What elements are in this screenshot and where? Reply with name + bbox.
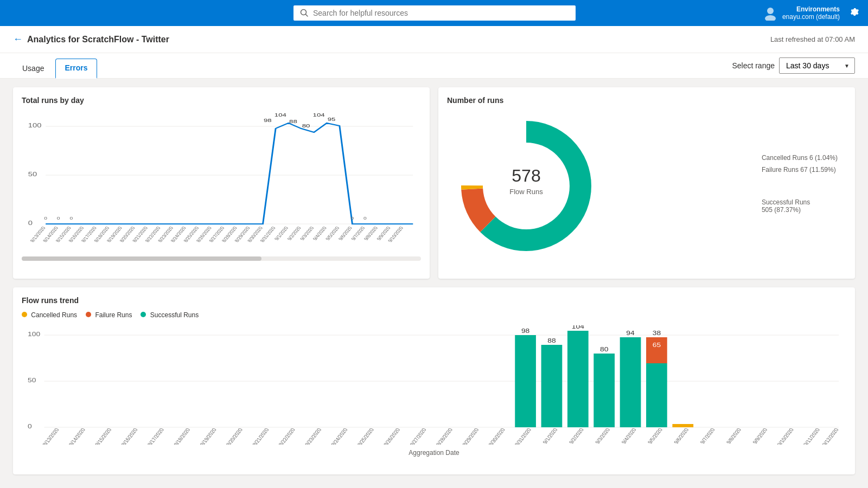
back-button[interactable]: ← bbox=[13, 34, 23, 45]
svg-text:Flow Runs: Flow Runs bbox=[509, 188, 543, 196]
legend-successful bbox=[762, 178, 838, 185]
svg-text:50: 50 bbox=[28, 171, 37, 177]
svg-text:8/24/2020: 8/24/2020 bbox=[330, 427, 349, 445]
svg-text:9/8/2020: 9/8/2020 bbox=[725, 427, 742, 444]
svg-text:100: 100 bbox=[28, 123, 42, 129]
svg-text:9/5/2020: 9/5/2020 bbox=[646, 427, 663, 444]
env-label: Environments bbox=[782, 5, 840, 13]
svg-text:9/9/2020: 9/9/2020 bbox=[751, 427, 769, 444]
bar-92 bbox=[541, 345, 563, 427]
svg-text:88: 88 bbox=[547, 338, 556, 344]
legend-cancelled-item: Cancelled Runs bbox=[22, 311, 77, 319]
svg-text:9/4/2020: 9/4/2020 bbox=[620, 427, 637, 444]
svg-text:80: 80 bbox=[600, 346, 609, 353]
donut-legend: Cancelled Runs 6 (1.04%) Failure Runs 67… bbox=[762, 154, 838, 218]
svg-text:0: 0 bbox=[28, 423, 32, 430]
search-box[interactable] bbox=[293, 5, 576, 21]
search-input[interactable] bbox=[313, 9, 569, 17]
bar-97-yellow bbox=[672, 424, 693, 427]
svg-text:8/29/2020: 8/29/2020 bbox=[461, 427, 480, 445]
page-header: ← Analytics for ScratchFlow - Twitter La… bbox=[0, 26, 868, 53]
line-chart-scrollbar[interactable] bbox=[22, 256, 421, 261]
svg-text:8/18/2020: 8/18/2020 bbox=[172, 427, 191, 445]
user-info: Environments enayu.com (default) bbox=[782, 5, 840, 21]
topbar-right: Environments enayu.com (default) bbox=[763, 5, 859, 21]
svg-text:9/2/2020: 9/2/2020 bbox=[567, 427, 585, 444]
svg-text:65: 65 bbox=[653, 342, 661, 349]
search-icon bbox=[300, 9, 309, 17]
svg-text:9/11/2020: 9/11/2020 bbox=[802, 427, 821, 445]
svg-point-2 bbox=[767, 8, 774, 14]
svg-text:8/19/2020: 8/19/2020 bbox=[199, 427, 218, 445]
svg-text:104: 104 bbox=[275, 112, 286, 118]
bar-chart-svg: 100 50 0 98 88 104 80 bbox=[22, 325, 846, 445]
range-select[interactable]: Last 7 days Last 30 days Last 90 days bbox=[779, 57, 855, 74]
scroll-thumb[interactable] bbox=[22, 256, 261, 261]
bar-96-teal bbox=[646, 363, 667, 427]
svg-text:9/10/2020: 9/10/2020 bbox=[776, 427, 795, 445]
legend-failure-item: Failure Runs bbox=[86, 311, 132, 319]
svg-text:0: 0 bbox=[28, 220, 33, 226]
cancelled-label: Cancelled Runs bbox=[31, 311, 77, 319]
tab-usage[interactable]: Usage bbox=[13, 59, 53, 78]
tab-errors[interactable]: Errors bbox=[55, 59, 97, 79]
total-runs-title: Total runs by day bbox=[22, 96, 421, 105]
svg-text:80: 80 bbox=[302, 123, 310, 129]
person-icon bbox=[763, 5, 778, 21]
svg-text:8/31/2020: 8/31/2020 bbox=[513, 427, 532, 445]
svg-text:8/27/2020: 8/27/2020 bbox=[409, 427, 427, 445]
cancelled-dot bbox=[22, 312, 27, 317]
svg-text:98: 98 bbox=[264, 118, 272, 123]
svg-point-53 bbox=[484, 144, 569, 228]
user-name: enayu.com (default) bbox=[782, 13, 840, 21]
svg-text:8/17/2020: 8/17/2020 bbox=[146, 427, 165, 445]
settings-button[interactable] bbox=[848, 7, 859, 20]
svg-text:0: 0 bbox=[351, 216, 354, 221]
donut-chart-title: Number of runs bbox=[447, 96, 846, 105]
gear-icon bbox=[848, 7, 859, 17]
legend-successful-bottom: Successful Runs505 (87.37%) bbox=[762, 198, 838, 214]
svg-text:9/3/2020: 9/3/2020 bbox=[593, 427, 611, 444]
donut-container: 578 Flow Runs Cancelled Runs 6 (1.04%) F… bbox=[447, 111, 846, 261]
svg-text:104: 104 bbox=[313, 112, 325, 118]
svg-text:0: 0 bbox=[363, 216, 367, 221]
svg-text:88: 88 bbox=[289, 119, 297, 124]
svg-text:9/1/2020: 9/1/2020 bbox=[541, 427, 559, 444]
svg-text:578: 578 bbox=[512, 166, 540, 185]
svg-text:94: 94 bbox=[626, 330, 635, 337]
tab-controls: Select range Last 7 days Last 30 days La… bbox=[732, 57, 855, 78]
successful-label: Successful Runs bbox=[150, 311, 199, 319]
trend-chart-title: Flow runs trend bbox=[22, 296, 846, 305]
trend-chart-legend: Cancelled Runs Failure Runs Successful R… bbox=[22, 311, 846, 319]
svg-text:8/16/2020: 8/16/2020 bbox=[120, 427, 139, 445]
svg-text:8/21/2020: 8/21/2020 bbox=[251, 427, 270, 445]
failure-dot bbox=[86, 312, 91, 317]
line-chart-svg: 100 50 0 98 104 88 80 104 95 0 0 0 0 0 bbox=[22, 111, 421, 252]
bar-93 bbox=[567, 331, 589, 427]
legend-successful-item: Successful Runs bbox=[141, 311, 199, 319]
svg-text:0: 0 bbox=[69, 216, 73, 221]
x-axis-label: Aggregation Date bbox=[22, 449, 846, 457]
svg-text:8/22/2020: 8/22/2020 bbox=[277, 427, 296, 445]
top-navigation-bar: Environments enayu.com (default) bbox=[0, 0, 868, 26]
svg-line-1 bbox=[305, 15, 308, 17]
svg-text:95: 95 bbox=[328, 117, 336, 122]
page-title: Analytics for ScratchFlow - Twitter bbox=[27, 35, 169, 44]
failure-label: Failure Runs bbox=[95, 311, 132, 319]
svg-text:50: 50 bbox=[28, 377, 36, 384]
svg-text:9/7/2020: 9/7/2020 bbox=[699, 427, 716, 444]
bar-91 bbox=[515, 335, 536, 427]
svg-point-3 bbox=[765, 15, 776, 21]
svg-text:0: 0 bbox=[44, 216, 47, 221]
successful-dot bbox=[141, 312, 146, 317]
trend-chart-card: Flow runs trend Cancelled Runs Failure R… bbox=[13, 287, 855, 474]
svg-text:9/6/2020: 9/6/2020 bbox=[672, 427, 690, 444]
svg-text:8/20/2020: 8/20/2020 bbox=[225, 427, 244, 445]
bar-95-teal bbox=[620, 337, 641, 427]
svg-text:8/25/2020: 8/25/2020 bbox=[356, 427, 375, 445]
refresh-timestamp: Last refreshed at 07:00 AM bbox=[770, 35, 855, 43]
donut-chart-svg: 578 Flow Runs bbox=[456, 115, 597, 256]
svg-text:98: 98 bbox=[521, 328, 530, 335]
range-select-wrapper[interactable]: Last 7 days Last 30 days Last 90 days bbox=[779, 57, 855, 74]
svg-text:8/15/2020: 8/15/2020 bbox=[93, 427, 112, 445]
